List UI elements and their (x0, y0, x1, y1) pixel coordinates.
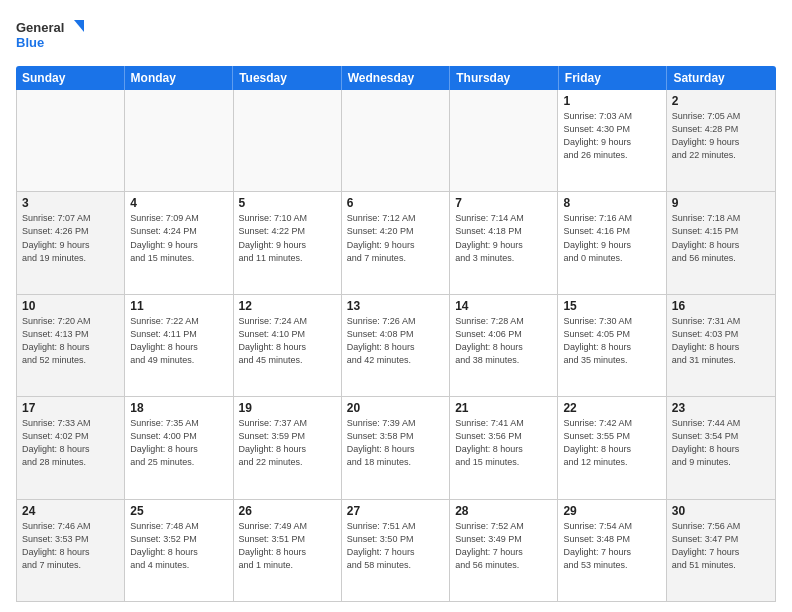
day-cell-14: 14Sunrise: 7:28 AM Sunset: 4:06 PM Dayli… (450, 295, 558, 396)
day-info: Sunrise: 7:44 AM Sunset: 3:54 PM Dayligh… (672, 417, 770, 469)
svg-marker-2 (74, 20, 84, 32)
day-info: Sunrise: 7:54 AM Sunset: 3:48 PM Dayligh… (563, 520, 660, 572)
calendar-row-4: 17Sunrise: 7:33 AM Sunset: 4:02 PM Dayli… (17, 397, 775, 499)
day-number: 23 (672, 401, 770, 415)
day-number: 18 (130, 401, 227, 415)
day-cell-9: 9Sunrise: 7:18 AM Sunset: 4:15 PM Daylig… (667, 192, 775, 293)
day-number: 24 (22, 504, 119, 518)
header-cell-saturday: Saturday (667, 66, 776, 90)
day-number: 27 (347, 504, 444, 518)
day-info: Sunrise: 7:56 AM Sunset: 3:47 PM Dayligh… (672, 520, 770, 572)
empty-cell (450, 90, 558, 191)
day-cell-22: 22Sunrise: 7:42 AM Sunset: 3:55 PM Dayli… (558, 397, 666, 498)
day-info: Sunrise: 7:05 AM Sunset: 4:28 PM Dayligh… (672, 110, 770, 162)
logo: General Blue (16, 16, 86, 56)
day-cell-3: 3Sunrise: 7:07 AM Sunset: 4:26 PM Daylig… (17, 192, 125, 293)
day-cell-15: 15Sunrise: 7:30 AM Sunset: 4:05 PM Dayli… (558, 295, 666, 396)
day-info: Sunrise: 7:26 AM Sunset: 4:08 PM Dayligh… (347, 315, 444, 367)
day-number: 17 (22, 401, 119, 415)
day-info: Sunrise: 7:39 AM Sunset: 3:58 PM Dayligh… (347, 417, 444, 469)
day-info: Sunrise: 7:14 AM Sunset: 4:18 PM Dayligh… (455, 212, 552, 264)
day-cell-1: 1Sunrise: 7:03 AM Sunset: 4:30 PM Daylig… (558, 90, 666, 191)
day-cell-2: 2Sunrise: 7:05 AM Sunset: 4:28 PM Daylig… (667, 90, 775, 191)
day-cell-17: 17Sunrise: 7:33 AM Sunset: 4:02 PM Dayli… (17, 397, 125, 498)
day-info: Sunrise: 7:41 AM Sunset: 3:56 PM Dayligh… (455, 417, 552, 469)
header-cell-monday: Monday (125, 66, 234, 90)
day-number: 7 (455, 196, 552, 210)
day-info: Sunrise: 7:20 AM Sunset: 4:13 PM Dayligh… (22, 315, 119, 367)
day-number: 21 (455, 401, 552, 415)
day-number: 20 (347, 401, 444, 415)
empty-cell (125, 90, 233, 191)
day-cell-27: 27Sunrise: 7:51 AM Sunset: 3:50 PM Dayli… (342, 500, 450, 601)
day-cell-13: 13Sunrise: 7:26 AM Sunset: 4:08 PM Dayli… (342, 295, 450, 396)
day-number: 11 (130, 299, 227, 313)
day-info: Sunrise: 7:46 AM Sunset: 3:53 PM Dayligh… (22, 520, 119, 572)
day-number: 6 (347, 196, 444, 210)
calendar: SundayMondayTuesdayWednesdayThursdayFrid… (16, 66, 776, 602)
day-cell-25: 25Sunrise: 7:48 AM Sunset: 3:52 PM Dayli… (125, 500, 233, 601)
page-header: General Blue (16, 16, 776, 56)
header-cell-wednesday: Wednesday (342, 66, 451, 90)
calendar-body: 1Sunrise: 7:03 AM Sunset: 4:30 PM Daylig… (16, 90, 776, 602)
empty-cell (17, 90, 125, 191)
calendar-row-2: 3Sunrise: 7:07 AM Sunset: 4:26 PM Daylig… (17, 192, 775, 294)
day-cell-26: 26Sunrise: 7:49 AM Sunset: 3:51 PM Dayli… (234, 500, 342, 601)
day-info: Sunrise: 7:48 AM Sunset: 3:52 PM Dayligh… (130, 520, 227, 572)
day-info: Sunrise: 7:24 AM Sunset: 4:10 PM Dayligh… (239, 315, 336, 367)
day-info: Sunrise: 7:09 AM Sunset: 4:24 PM Dayligh… (130, 212, 227, 264)
day-cell-5: 5Sunrise: 7:10 AM Sunset: 4:22 PM Daylig… (234, 192, 342, 293)
day-info: Sunrise: 7:30 AM Sunset: 4:05 PM Dayligh… (563, 315, 660, 367)
day-info: Sunrise: 7:49 AM Sunset: 3:51 PM Dayligh… (239, 520, 336, 572)
day-cell-12: 12Sunrise: 7:24 AM Sunset: 4:10 PM Dayli… (234, 295, 342, 396)
day-cell-24: 24Sunrise: 7:46 AM Sunset: 3:53 PM Dayli… (17, 500, 125, 601)
day-info: Sunrise: 7:07 AM Sunset: 4:26 PM Dayligh… (22, 212, 119, 264)
header-cell-thursday: Thursday (450, 66, 559, 90)
day-cell-4: 4Sunrise: 7:09 AM Sunset: 4:24 PM Daylig… (125, 192, 233, 293)
header-cell-tuesday: Tuesday (233, 66, 342, 90)
day-info: Sunrise: 7:35 AM Sunset: 4:00 PM Dayligh… (130, 417, 227, 469)
day-number: 10 (22, 299, 119, 313)
calendar-header: SundayMondayTuesdayWednesdayThursdayFrid… (16, 66, 776, 90)
day-cell-20: 20Sunrise: 7:39 AM Sunset: 3:58 PM Dayli… (342, 397, 450, 498)
day-number: 30 (672, 504, 770, 518)
day-number: 26 (239, 504, 336, 518)
day-info: Sunrise: 7:33 AM Sunset: 4:02 PM Dayligh… (22, 417, 119, 469)
day-cell-18: 18Sunrise: 7:35 AM Sunset: 4:00 PM Dayli… (125, 397, 233, 498)
day-number: 29 (563, 504, 660, 518)
day-cell-11: 11Sunrise: 7:22 AM Sunset: 4:11 PM Dayli… (125, 295, 233, 396)
day-number: 3 (22, 196, 119, 210)
day-info: Sunrise: 7:12 AM Sunset: 4:20 PM Dayligh… (347, 212, 444, 264)
day-cell-8: 8Sunrise: 7:16 AM Sunset: 4:16 PM Daylig… (558, 192, 666, 293)
day-cell-23: 23Sunrise: 7:44 AM Sunset: 3:54 PM Dayli… (667, 397, 775, 498)
empty-cell (342, 90, 450, 191)
day-cell-19: 19Sunrise: 7:37 AM Sunset: 3:59 PM Dayli… (234, 397, 342, 498)
calendar-row-5: 24Sunrise: 7:46 AM Sunset: 3:53 PM Dayli… (17, 500, 775, 601)
svg-text:General: General (16, 20, 64, 35)
day-number: 28 (455, 504, 552, 518)
day-info: Sunrise: 7:18 AM Sunset: 4:15 PM Dayligh… (672, 212, 770, 264)
day-number: 12 (239, 299, 336, 313)
day-info: Sunrise: 7:51 AM Sunset: 3:50 PM Dayligh… (347, 520, 444, 572)
day-cell-10: 10Sunrise: 7:20 AM Sunset: 4:13 PM Dayli… (17, 295, 125, 396)
header-cell-friday: Friday (559, 66, 668, 90)
day-cell-7: 7Sunrise: 7:14 AM Sunset: 4:18 PM Daylig… (450, 192, 558, 293)
day-info: Sunrise: 7:28 AM Sunset: 4:06 PM Dayligh… (455, 315, 552, 367)
day-info: Sunrise: 7:42 AM Sunset: 3:55 PM Dayligh… (563, 417, 660, 469)
empty-cell (234, 90, 342, 191)
svg-text:Blue: Blue (16, 35, 44, 50)
day-number: 2 (672, 94, 770, 108)
day-number: 19 (239, 401, 336, 415)
day-number: 8 (563, 196, 660, 210)
day-info: Sunrise: 7:03 AM Sunset: 4:30 PM Dayligh… (563, 110, 660, 162)
day-number: 22 (563, 401, 660, 415)
calendar-row-3: 10Sunrise: 7:20 AM Sunset: 4:13 PM Dayli… (17, 295, 775, 397)
day-number: 13 (347, 299, 444, 313)
header-cell-sunday: Sunday (16, 66, 125, 90)
day-cell-29: 29Sunrise: 7:54 AM Sunset: 3:48 PM Dayli… (558, 500, 666, 601)
day-cell-28: 28Sunrise: 7:52 AM Sunset: 3:49 PM Dayli… (450, 500, 558, 601)
day-number: 4 (130, 196, 227, 210)
day-cell-6: 6Sunrise: 7:12 AM Sunset: 4:20 PM Daylig… (342, 192, 450, 293)
day-info: Sunrise: 7:22 AM Sunset: 4:11 PM Dayligh… (130, 315, 227, 367)
day-info: Sunrise: 7:37 AM Sunset: 3:59 PM Dayligh… (239, 417, 336, 469)
